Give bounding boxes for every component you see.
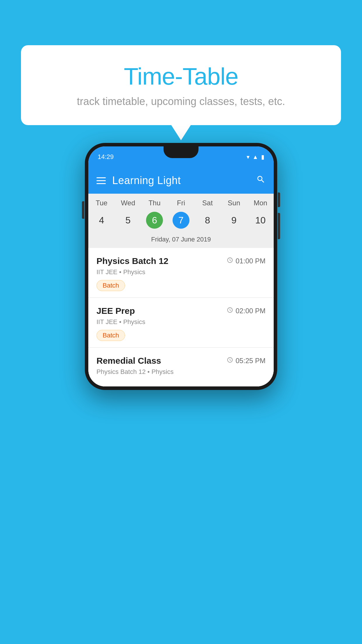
day-sun: Sun <box>221 199 247 207</box>
calendar-section: Tue Wed Thu Fri Sat Sun Mon 4 5 6 7 8 9 … <box>88 194 274 248</box>
date-6[interactable]: 6 <box>141 212 168 229</box>
status-icons: ▾ ▲ ▮ <box>247 153 264 160</box>
menu-button[interactable] <box>96 177 106 184</box>
day-mon: Mon <box>247 199 274 207</box>
schedule-item-2-header: JEE Prep 02:00 PM <box>96 306 266 316</box>
battery-icon: ▮ <box>261 153 264 160</box>
schedule-item-3[interactable]: Remedial Class 05:25 PM Physics Batch 12… <box>88 348 274 386</box>
hamburger-line <box>96 180 106 181</box>
wifi-icon: ▾ <box>247 153 249 160</box>
schedule-item-2[interactable]: JEE Prep 02:00 PM IIT JEE • Physics Batc… <box>88 298 274 348</box>
volume-down-button <box>278 213 280 239</box>
day-fri: Fri <box>168 199 194 207</box>
date-5[interactable]: 5 <box>115 212 141 229</box>
status-bar: 14:29 ▾ ▲ ▮ <box>88 146 274 167</box>
app-header: Learning Light <box>88 167 274 194</box>
selected-date-label: Friday, 07 June 2019 <box>88 233 274 248</box>
speech-bubble: Time-Table track timetable, upcoming cla… <box>21 45 341 125</box>
schedule-time-text-3: 05:25 PM <box>236 357 266 365</box>
bubble-subtitle: track timetable, upcoming classes, tests… <box>44 95 318 108</box>
phone-wrapper: 14:29 ▾ ▲ ▮ Learning Light <box>85 143 277 390</box>
days-header: Tue Wed Thu Fri Sat Sun Mon <box>88 194 274 209</box>
schedule-meta-1: IIT JEE • Physics <box>96 268 266 276</box>
bubble-title: Time-Table <box>44 63 318 90</box>
clock-icon-3 <box>227 357 233 365</box>
signal-icon: ▲ <box>252 154 258 160</box>
date-9[interactable]: 9 <box>221 212 247 229</box>
volume-button <box>82 201 84 219</box>
phone-screen: 14:29 ▾ ▲ ▮ Learning Light <box>88 146 274 386</box>
batch-tag-1: Batch <box>96 280 125 291</box>
schedule-meta-2: IIT JEE • Physics <box>96 318 266 326</box>
schedule-time-3: 05:25 PM <box>227 357 266 365</box>
hamburger-line <box>96 177 106 178</box>
dates-row: 4 5 6 7 8 9 10 <box>88 209 274 233</box>
day-sat: Sat <box>194 199 221 207</box>
schedule-title-3: Remedial Class <box>96 356 161 366</box>
schedule-item-1-header: Physics Batch 12 01:00 PM <box>96 256 266 266</box>
clock-icon-1 <box>227 257 233 265</box>
status-time: 14:29 <box>98 153 114 161</box>
hamburger-line <box>96 183 106 184</box>
phone-frame: 14:29 ▾ ▲ ▮ Learning Light <box>85 143 277 390</box>
schedule-item-3-header: Remedial Class 05:25 PM <box>96 356 266 366</box>
date-10[interactable]: 10 <box>247 212 274 229</box>
date-4[interactable]: 4 <box>88 212 115 229</box>
schedule-time-2: 02:00 PM <box>227 307 266 315</box>
date-7[interactable]: 7 <box>168 212 194 229</box>
speech-bubble-container: Time-Table track timetable, upcoming cla… <box>21 45 341 125</box>
schedule-item-1[interactable]: Physics Batch 12 01:00 PM IIT JEE • Phys… <box>88 248 274 298</box>
header-left: Learning Light <box>96 174 181 187</box>
schedule-title-2: JEE Prep <box>96 306 135 316</box>
schedule-title-1: Physics Batch 12 <box>96 256 168 266</box>
day-wed: Wed <box>115 199 141 207</box>
schedule-list: Physics Batch 12 01:00 PM IIT JEE • Phys… <box>88 248 274 386</box>
clock-icon-2 <box>227 307 233 315</box>
batch-tag-2: Batch <box>96 330 125 341</box>
power-button <box>278 192 280 207</box>
search-button[interactable] <box>256 175 266 186</box>
app-title: Learning Light <box>112 174 181 187</box>
day-tue: Tue <box>88 199 115 207</box>
schedule-time-1: 01:00 PM <box>227 257 266 265</box>
schedule-time-text-1: 01:00 PM <box>236 257 266 265</box>
date-8[interactable]: 8 <box>194 212 221 229</box>
day-thu: Thu <box>141 199 168 207</box>
schedule-meta-3: Physics Batch 12 • Physics <box>96 368 266 376</box>
schedule-time-text-2: 02:00 PM <box>236 307 266 315</box>
